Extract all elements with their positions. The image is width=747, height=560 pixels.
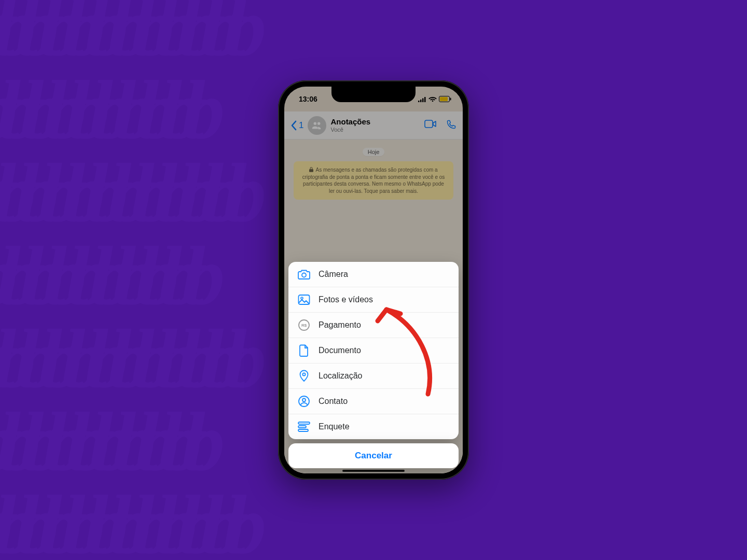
sheet-item-label: Enquete — [319, 422, 350, 431]
sheet-item-poll[interactable]: Enquete — [288, 414, 459, 439]
svg-point-10 — [301, 297, 303, 299]
sheet-item-label: Fotos e vídeos — [319, 295, 373, 304]
sheet-item-label: Localização — [319, 371, 363, 381]
sheet-item-payment[interactable]: R$ Pagamento — [288, 312, 459, 338]
svg-point-13 — [302, 373, 305, 375]
sheet-item-document[interactable]: Documento — [288, 338, 459, 363]
sheet-item-label: Câmera — [319, 270, 348, 279]
sheet-item-label: Documento — [319, 346, 361, 355]
poll-icon — [298, 421, 310, 433]
document-icon — [298, 344, 310, 357]
sheet-item-contact[interactable]: Contato — [288, 388, 459, 414]
camera-icon — [298, 268, 310, 281]
attachment-action-sheet: Câmera Fotos e vídeos R$ Pagamento — [288, 262, 459, 468]
cancel-button[interactable]: Cancelar — [288, 443, 459, 468]
sheet-item-photos-videos[interactable]: Fotos e vídeos — [288, 287, 459, 312]
sheet-item-location[interactable]: Localização — [288, 363, 459, 388]
phone-notch — [331, 87, 416, 102]
phone-screen: 13:06 1 Anotações Você — [284, 87, 463, 473]
svg-point-8 — [302, 273, 306, 277]
photo-icon — [298, 293, 310, 306]
svg-point-15 — [302, 399, 306, 402]
svg-rect-16 — [298, 422, 310, 424]
payment-icon: R$ — [298, 319, 310, 331]
home-indicator — [342, 470, 405, 472]
sheet-item-label: Pagamento — [319, 320, 361, 330]
location-icon — [298, 370, 310, 382]
svg-text:R$: R$ — [301, 323, 307, 328]
sheet-item-label: Contato — [319, 397, 348, 406]
phone-frame: 13:06 1 Anotações Você — [278, 80, 469, 480]
svg-rect-18 — [298, 429, 308, 431]
svg-rect-17 — [298, 426, 306, 428]
contact-icon — [298, 395, 310, 408]
sheet-item-camera[interactable]: Câmera — [288, 262, 459, 287]
